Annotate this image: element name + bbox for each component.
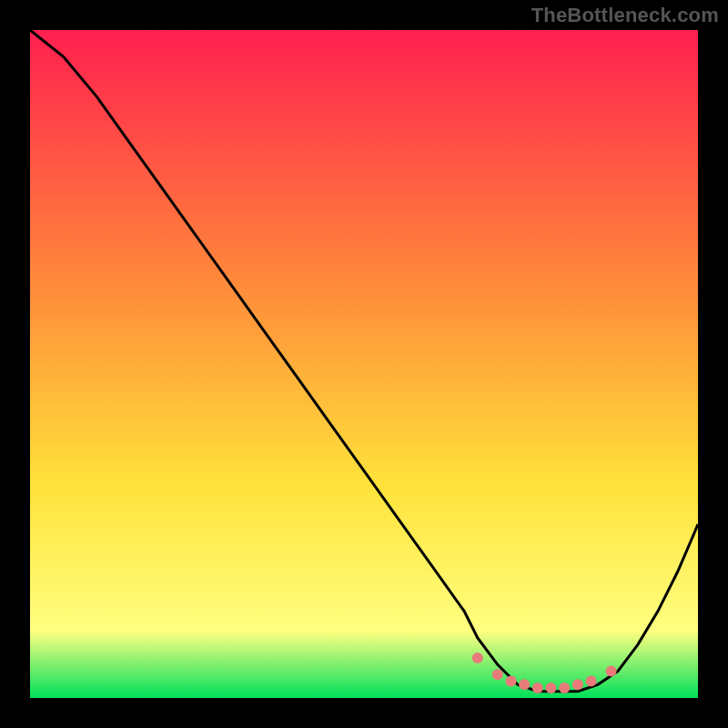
- plot-area: [30, 30, 698, 698]
- curve-marker: [572, 679, 583, 690]
- gradient-background: [30, 30, 698, 698]
- chart-frame: TheBottleneck.com: [0, 0, 728, 728]
- curve-marker: [532, 682, 543, 693]
- watermark-text: TheBottleneck.com: [531, 4, 719, 27]
- curve-marker: [492, 669, 503, 680]
- curve-marker: [559, 682, 570, 693]
- curve-marker: [546, 682, 557, 693]
- curve-marker: [586, 676, 597, 687]
- chart-svg: [30, 30, 698, 698]
- curve-marker: [506, 676, 517, 687]
- curve-marker: [519, 679, 530, 690]
- curve-marker: [472, 652, 483, 663]
- curve-marker: [606, 666, 617, 677]
